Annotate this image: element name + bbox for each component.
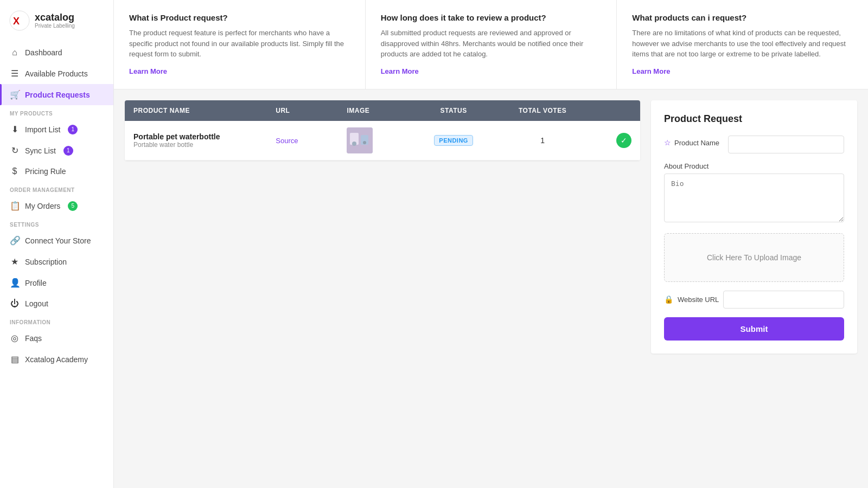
product-sub: Portable water bottle xyxy=(133,141,276,149)
products-table: Product Name URL Image Status Total Vote… xyxy=(125,100,640,160)
sidebar-item-available-products[interactable]: ☰ Available Products xyxy=(0,63,113,84)
info-card-1-link[interactable]: Learn More xyxy=(381,67,419,75)
sidebar-item-product-requests[interactable]: 🛒 Product Requests xyxy=(0,84,113,105)
my-orders-badge: 5 xyxy=(68,201,78,211)
pricing-rule-icon: $ xyxy=(10,166,20,176)
svg-point-6 xyxy=(363,141,366,144)
sidebar-item-xcatalog-academy[interactable]: ▤ Xcatalog Academy xyxy=(0,349,113,370)
col-url: URL xyxy=(276,107,347,114)
sidebar-label-pricing-rule: Pricing Rule xyxy=(25,167,66,176)
info-card-0-link[interactable]: Learn More xyxy=(129,67,167,75)
col-product-name: Product Name xyxy=(133,107,276,114)
product-image-cell xyxy=(347,127,418,153)
import-list-icon: ⬇ xyxy=(10,124,20,134)
sidebar-item-my-orders[interactable]: 📋 My Orders 5 xyxy=(0,195,113,216)
available-products-icon: ☰ xyxy=(10,68,20,79)
status-badge: PENDING xyxy=(434,135,473,146)
about-product-group: About Product xyxy=(664,162,844,224)
logo: X xcatalog Private Labelling xyxy=(0,0,113,38)
col-votes: Total Votes xyxy=(489,107,596,114)
section-my-products: MY PRODUCTS xyxy=(0,105,113,119)
info-card-1: How long does it take to review a produc… xyxy=(366,0,617,89)
logo-icon: X xyxy=(9,10,30,31)
website-url-label: Website URL xyxy=(678,296,719,304)
info-card-2-link[interactable]: Learn More xyxy=(632,67,670,75)
faqs-icon: ◎ xyxy=(10,333,20,343)
product-title: Portable pet waterbottle xyxy=(133,132,276,141)
section-order-management: ORDER MANAGEMENT xyxy=(0,182,113,195)
sidebar-label-subscription: Subscription xyxy=(25,258,67,266)
sidebar-label-available-products: Available Products xyxy=(25,69,88,78)
about-product-textarea[interactable] xyxy=(664,174,844,222)
product-name-input[interactable] xyxy=(728,136,844,153)
product-url-cell: Source xyxy=(276,136,347,145)
upload-area[interactable]: Click Here To Upload Image xyxy=(664,233,844,282)
info-card-0: What is Product request? The product req… xyxy=(114,0,366,89)
table-header: Product Name URL Image Status Total Vote… xyxy=(125,100,640,121)
sidebar-label-xcatalog-academy: Xcatalog Academy xyxy=(25,355,88,364)
svg-point-5 xyxy=(352,142,356,146)
profile-icon: 👤 xyxy=(10,278,20,288)
source-link[interactable]: Source xyxy=(276,137,298,145)
form-title: Product Request xyxy=(664,113,844,125)
sidebar-label-my-orders: My Orders xyxy=(25,202,60,210)
upload-label: Click Here To Upload Image xyxy=(707,253,801,262)
main-content: What is Product request? The product req… xyxy=(114,0,868,488)
product-name-cell: Portable pet waterbottle Portable water … xyxy=(133,132,276,149)
about-product-label: About Product xyxy=(664,162,844,170)
col-status: Status xyxy=(418,107,489,114)
product-status-cell: PENDING xyxy=(418,135,489,146)
col-image: Image xyxy=(347,107,418,114)
star-icon: ☆ xyxy=(664,138,671,147)
sidebar-label-dashboard: Dashboard xyxy=(25,48,62,57)
product-request-form: Product Request ☆ Product Name About Pro… xyxy=(651,100,857,354)
sidebar-label-connect-store: Connect Your Store xyxy=(25,236,91,245)
sidebar-item-profile[interactable]: 👤 Profile xyxy=(0,272,113,293)
product-action-cell: ✓ xyxy=(596,133,631,148)
product-name-label: ☆ Product Name xyxy=(664,138,719,147)
info-card-0-title: What is Product request? xyxy=(129,13,350,22)
section-settings: SETTINGS xyxy=(0,216,113,230)
sidebar-label-logout: Logout xyxy=(25,299,48,308)
info-card-1-body: All submitted product requests are revie… xyxy=(381,28,602,60)
info-card-1-title: How long does it take to review a produc… xyxy=(381,13,602,22)
action-check-icon[interactable]: ✓ xyxy=(616,133,631,148)
website-url-input[interactable] xyxy=(723,291,844,309)
sidebar-label-profile: Profile xyxy=(25,279,47,287)
info-cards-row: What is Product request? The product req… xyxy=(114,0,868,89)
thumbnail-svg xyxy=(347,127,373,153)
sidebar-label-import-list: Import List xyxy=(25,125,60,134)
sidebar-item-pricing-rule[interactable]: $ Pricing Rule xyxy=(0,161,113,182)
product-requests-icon: 🛒 xyxy=(10,89,20,100)
website-url-row: 🔒 Website URL xyxy=(664,291,844,309)
sidebar-item-logout[interactable]: ⏻ Logout xyxy=(0,293,113,314)
sidebar-label-product-requests: Product Requests xyxy=(25,91,90,99)
sidebar-item-connect-store[interactable]: 🔗 Connect Your Store xyxy=(0,230,113,251)
dashboard-icon: ⌂ xyxy=(10,48,20,57)
sidebar-item-import-list[interactable]: ⬇ Import List 1 xyxy=(0,119,113,140)
product-name-group: ☆ Product Name xyxy=(664,136,844,153)
connect-store-icon: 🔗 xyxy=(10,235,20,246)
sidebar-item-subscription[interactable]: ★ Subscription xyxy=(0,251,113,272)
logo-sub-text: Private Labelling xyxy=(35,23,75,29)
sidebar: X xcatalog Private Labelling ⌂ Dashboard… xyxy=(0,0,114,488)
sidebar-label-sync-list: Sync List xyxy=(25,146,56,155)
product-thumbnail xyxy=(347,127,373,153)
sidebar-item-dashboard[interactable]: ⌂ Dashboard xyxy=(0,42,113,63)
logout-icon: ⏻ xyxy=(10,299,20,309)
section-information: INFORMATION xyxy=(0,314,113,328)
svg-text:X: X xyxy=(13,16,20,27)
my-orders-icon: 📋 xyxy=(10,201,20,211)
sidebar-item-faqs[interactable]: ◎ Faqs xyxy=(0,328,113,349)
sidebar-item-sync-list[interactable]: ↻ Sync List 1 xyxy=(0,140,113,161)
content-area: Product Name URL Image Status Total Vote… xyxy=(114,89,868,489)
info-card-0-body: The product request feature is perfect f… xyxy=(129,28,350,60)
subscription-icon: ★ xyxy=(10,256,20,267)
info-card-2: What products can i request? There are n… xyxy=(617,0,868,89)
product-votes-cell: 1 xyxy=(489,136,596,145)
info-card-2-title: What products can i request? xyxy=(632,13,853,22)
sidebar-label-faqs: Faqs xyxy=(25,334,42,343)
info-card-2-body: There are no limitations of what kind of… xyxy=(632,28,853,60)
sync-list-icon: ↻ xyxy=(10,145,20,156)
submit-button[interactable]: Submit xyxy=(664,317,844,341)
